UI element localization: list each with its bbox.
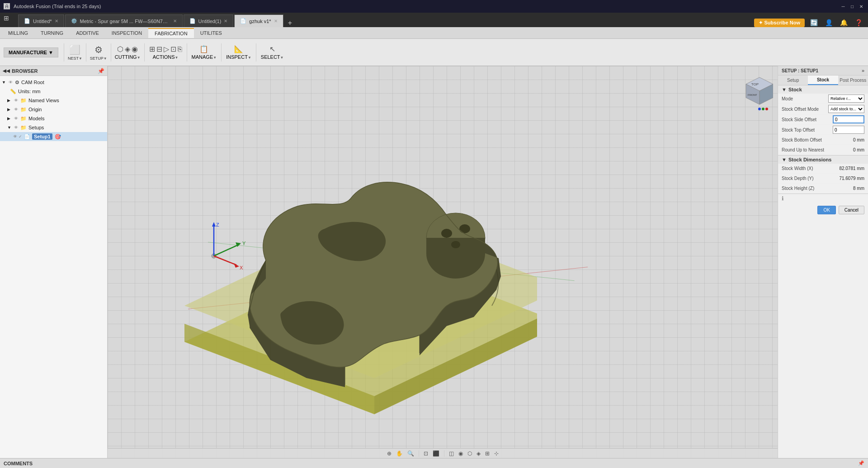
subscribe-button[interactable]: ✦ Subscribe Now <box>754 19 805 27</box>
height-label: Stock Height (Z) <box>782 186 853 191</box>
restore-button[interactable]: □ <box>849 3 855 9</box>
profile-icon-btn[interactable]: 👤 <box>823 18 835 27</box>
effects-button[interactable]: ◈ <box>475 450 482 457</box>
side-offset-input[interactable] <box>833 115 864 123</box>
viewport[interactable]: Z Y X TOP <box>108 66 778 458</box>
tab-label-untitled: Untitled* <box>33 19 52 24</box>
manufacture-dropdown[interactable]: MANUFACTURE ▼ <box>4 47 58 57</box>
toolbar-tab-turning[interactable]: TURNING <box>34 28 70 38</box>
tree-icon-units: 📏 <box>10 89 16 95</box>
add-tab-button[interactable]: + <box>284 19 296 27</box>
tree-expand-models[interactable]: ▶ <box>7 116 13 121</box>
tree-label-setups: Setups <box>28 125 44 130</box>
main-toolbar: MANUFACTURE ▼ ⬜ NEST▼ ⚙ SETUP▼ ⬡ ◈ ◉ CUT… <box>0 39 868 66</box>
tree-item-origin[interactable]: ▶ 👁 📁 Origin <box>0 105 107 114</box>
tab-close-untitled[interactable]: ✕ <box>55 19 58 24</box>
toolbar-tab-additive[interactable]: ADDITIVE <box>70 28 105 38</box>
help-icon-btn[interactable]: ❓ <box>853 18 864 27</box>
tree-icon-setups: 📁 <box>20 125 27 131</box>
toolbar-group-actions[interactable]: ⊞ ⊟ ▷ ⊡ ⎘ ACTIONS▼ <box>146 44 185 61</box>
tree-expand-setups[interactable]: ▼ <box>7 125 13 130</box>
tab-gzhuk[interactable]: 📄 gzhuk v1* ✕ <box>234 14 283 27</box>
app-menu[interactable]: ⊞ <box>4 14 9 22</box>
zoom-button[interactable]: 🔍 <box>406 450 415 457</box>
refresh-icon-btn[interactable]: 🔄 <box>808 18 820 27</box>
tree-item-units[interactable]: 📏 Units: mm <box>0 87 107 96</box>
minimize-button[interactable]: ─ <box>840 3 846 9</box>
tab-label-untitled1: Untitled(1) <box>198 19 222 24</box>
comments-pin-icon[interactable]: 📌 <box>858 460 864 466</box>
toolbar-group-manage[interactable]: 📋 MANAGE▼ <box>189 44 220 61</box>
render-mode-button[interactable]: ◉ <box>457 450 464 457</box>
toolbar-tab-utilites[interactable]: UTILITES <box>194 28 228 38</box>
toolbar-group-cutting[interactable]: ⬡ ◈ ◉ CUTTING▼ <box>113 44 142 61</box>
browser-collapse-icon[interactable]: ◀◀ <box>3 68 10 73</box>
orbit-button[interactable]: ⊕ <box>386 450 393 457</box>
tab-metric[interactable]: ⚙️ Metric - Spur gear 5M ... FW—S60N75H5… <box>65 14 183 27</box>
panel-row-offset-mode: Stock Offset Mode Add stock to... <box>778 104 868 114</box>
tree-eye-namedviews[interactable]: 👁 <box>14 98 18 103</box>
panel-tab-postprocess[interactable]: Post Process <box>838 76 868 85</box>
tab-icon: 📄 <box>24 18 30 24</box>
notification-icon-btn[interactable]: 🔔 <box>838 18 849 27</box>
browser-header: ◀◀ BROWSER 📌 <box>0 66 107 76</box>
expand-icon[interactable]: » <box>862 68 864 73</box>
tab-untitled[interactable]: 📄 Untitled* ✕ <box>18 14 64 27</box>
toolbar-tab-fabrication[interactable]: FABRICATION <box>148 28 194 38</box>
tab-close-gzhuk[interactable]: ✕ <box>274 19 278 24</box>
grid-icon[interactable]: ⊞ <box>4 14 9 22</box>
offset-mode-select[interactable]: Add stock to... <box>828 105 864 113</box>
toolbar-group-inspect[interactable]: 📐 INSPECT▼ <box>223 44 254 61</box>
tree-expand-camroot[interactable]: ▼ <box>2 80 7 85</box>
panel-tab-stock[interactable]: Stock <box>808 76 838 85</box>
mode-select[interactable]: Relative r... <box>828 95 864 103</box>
tree-item-models[interactable]: ▶ 👁 📁 Models <box>0 114 107 123</box>
tree-item-namedviews[interactable]: ▶ 👁 📁 Named Views <box>0 96 107 105</box>
panel-row-round-up: Round Up to Nearest 0 mm <box>778 145 868 155</box>
tree-eye-models[interactable]: 👁 <box>14 116 18 121</box>
tree-eye-setups[interactable]: 👁 <box>14 125 18 130</box>
display-mode-button[interactable]: ◫ <box>448 450 455 457</box>
inspect-label: INSPECT▼ <box>226 54 251 60</box>
z-axis-arrow <box>212 222 216 227</box>
tree-eye-setup1[interactable]: 👁 <box>13 134 17 139</box>
toolbar-group-select[interactable]: ↖ SELECT▼ <box>258 44 287 61</box>
tree-eye-origin[interactable]: 👁 <box>14 107 18 112</box>
toggle-button[interactable]: ⬡ <box>466 450 473 457</box>
tab-close-untitled1[interactable]: ✕ <box>224 19 227 24</box>
tree-eye-camroot[interactable]: 👁 <box>9 80 13 85</box>
grid-button[interactable]: ⊞ <box>484 450 491 457</box>
view-cube-button[interactable]: ⬛ <box>431 450 441 457</box>
close-button[interactable]: ✕ <box>858 3 864 9</box>
stock-section-title: Stock <box>788 87 802 92</box>
toolbar-group-nest[interactable]: ⬜ NEST▼ <box>66 43 84 61</box>
fit-button[interactable]: ⊡ <box>422 450 429 457</box>
tab-bar-right: ✦ Subscribe Now 🔄 👤 🔔 ❓ <box>754 18 868 27</box>
tree-item-camroot[interactable]: ▼ 👁 ⚙ CAM Root <box>0 78 107 87</box>
panel-tab-setup[interactable]: Setup <box>778 76 808 85</box>
tree-item-setup1[interactable]: 👁 ✓ 📄 Setup1 🎯 <box>0 132 107 141</box>
toolbar-group-setup[interactable]: ⚙ SETUP▼ <box>88 43 109 61</box>
width-value: 82.0781 mm <box>839 166 864 171</box>
stock-section-header[interactable]: ▼ Stock <box>778 85 868 94</box>
tab-close-metric[interactable]: ✕ <box>173 19 177 24</box>
ok-button[interactable]: OK <box>817 206 835 214</box>
tree-expand-origin[interactable]: ▶ <box>7 107 13 112</box>
cancel-button[interactable]: Cancel <box>839 206 864 214</box>
browser-pin-icon[interactable]: 📌 <box>98 68 104 74</box>
tree-expand-namedviews[interactable]: ▶ <box>7 98 13 103</box>
app-title: Autodesk Fusion (Trial ends in 25 days) <box>14 4 101 9</box>
dimensions-section-header[interactable]: ▼ Stock Dimensions <box>778 156 868 164</box>
tab-untitled1[interactable]: 📄 Untitled(1) ✕ <box>184 14 234 27</box>
tree-item-setups[interactable]: ▼ 👁 📁 Setups <box>0 123 107 132</box>
viewcube[interactable]: TOP FRONT <box>737 71 773 107</box>
snap-button[interactable]: ⊹ <box>493 450 500 457</box>
browser-panel: ◀◀ BROWSER 📌 ▼ 👁 ⚙ CAM Root 📏 Units: mm … <box>0 66 108 458</box>
toolbar-tab-milling[interactable]: MILLING <box>2 28 34 38</box>
top-offset-input[interactable] <box>833 126 864 134</box>
toolbar-tab-inspection[interactable]: INSPECTION <box>105 28 148 38</box>
pan-button[interactable]: ✋ <box>395 450 404 457</box>
comments-bar[interactable]: COMMENTS 📌 <box>0 458 868 468</box>
browser-tree: ▼ 👁 ⚙ CAM Root 📏 Units: mm ▶ 👁 📁 Named V… <box>0 76 107 458</box>
y-axis-line <box>214 245 239 256</box>
